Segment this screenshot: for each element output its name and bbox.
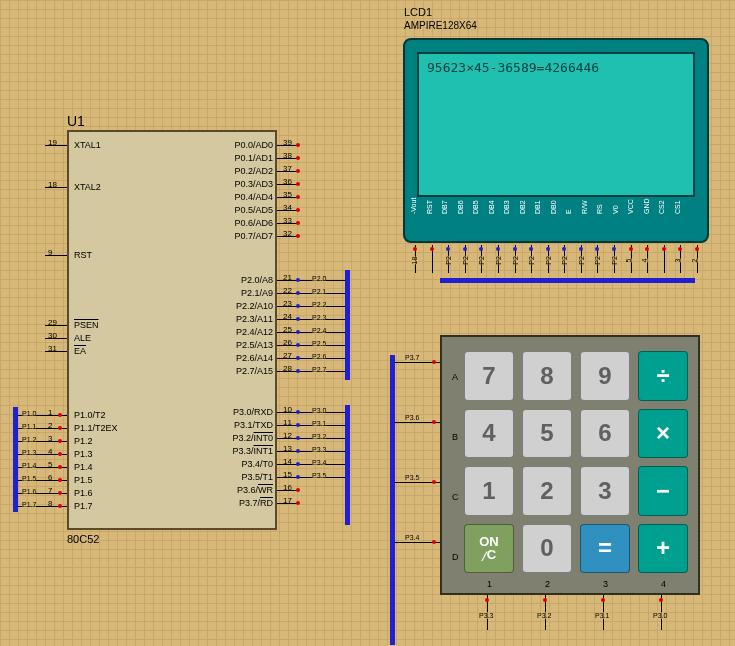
net-dot <box>662 247 666 251</box>
pin-wire <box>277 319 345 320</box>
lcd-module: 95623×45-36589=4266446 -VoutRSTDB7DB6DB5… <box>403 38 709 243</box>
net-label: P1.6 <box>22 488 36 495</box>
mcu-pin-name: P1.1/T2EX <box>74 423 118 433</box>
keypad-key-0[interactable]: 0 <box>522 524 572 574</box>
net-dot <box>296 356 300 360</box>
net-dot <box>296 330 300 334</box>
net-dot <box>432 420 436 424</box>
keypad-key-4[interactable]: 4 <box>464 409 514 459</box>
lcd-net-label: P2 <box>561 256 568 265</box>
keypad-key-6[interactable]: 6 <box>580 409 630 459</box>
net-dot <box>296 410 300 414</box>
mcu-pin-name: P3.6/WR <box>237 485 273 495</box>
net-dot <box>296 221 300 225</box>
pin-wire <box>277 345 345 346</box>
net-dot <box>58 413 62 417</box>
net-dot <box>58 465 62 469</box>
mcu-pin-name: P0.3/AD3 <box>234 179 273 189</box>
mcu-pin-name: P0.2/AD2 <box>234 166 273 176</box>
mcu-pin-name: P2.7/A15 <box>236 366 273 376</box>
net-label: P2.3 <box>312 314 326 321</box>
keypad-key-2[interactable]: 2 <box>522 466 572 516</box>
lcd-pin-row: -VoutRSTDB7DB6DB5DB4DB3DB2DB1DB0ER/WRSV0… <box>417 193 695 221</box>
mcu-pin-name: P2.4/A12 <box>236 327 273 337</box>
keypad-key-[interactable]: + <box>638 524 688 574</box>
lcd-net-label: 5 <box>625 259 632 263</box>
pin-wire <box>277 332 345 333</box>
pin-wire <box>277 464 345 465</box>
mcu-pin-name: PSEN <box>74 320 99 330</box>
mcu-pin-name: P1.0/T2 <box>74 410 106 420</box>
pin-wire <box>277 438 345 439</box>
pin-wire <box>277 477 345 478</box>
net-dot <box>296 304 300 308</box>
keypad-row-net: P3.5 <box>405 474 419 481</box>
mcu-pin-name: P2.5/A13 <box>236 340 273 350</box>
keypad-key-5[interactable]: 5 <box>522 409 572 459</box>
net-dot <box>296 234 300 238</box>
keypad-key-[interactable]: × <box>638 409 688 459</box>
keypad-key-1[interactable]: 1 <box>464 466 514 516</box>
net-dot <box>296 343 300 347</box>
net-label: P1.7 <box>22 501 36 508</box>
lcd-part: AMPIRE128X64 <box>404 20 477 31</box>
net-dot <box>296 475 300 479</box>
keypad-col-label: 3 <box>603 579 608 589</box>
lcd-net-label: P2 <box>594 256 601 265</box>
net-dot <box>296 317 300 321</box>
keypad-key-8[interactable]: 8 <box>522 351 572 401</box>
net-dot <box>463 247 467 251</box>
lcd-net-label: P2 <box>511 256 518 265</box>
keypad-key-9[interactable]: 9 <box>580 351 630 401</box>
net-label: P2.4 <box>312 327 326 334</box>
keypad-key-[interactable]: ÷ <box>638 351 688 401</box>
net-label: P1.3 <box>22 449 36 456</box>
mcu-pin-name: P1.6 <box>74 488 93 498</box>
keypad-row-label: C <box>452 492 459 502</box>
mcu-pin-name: XTAL1 <box>74 140 101 150</box>
keypad: 789÷456×123−ON╱C0=+ ABCD 1234 <box>440 335 700 595</box>
pin-wire <box>277 425 345 426</box>
keypad-key-ONC[interactable]: ON╱C <box>464 524 514 574</box>
mcu-part: 80C52 <box>67 533 99 545</box>
keypad-key-3[interactable]: 3 <box>580 466 630 516</box>
net-dot <box>296 208 300 212</box>
mcu-pin-name: ALE <box>74 333 91 343</box>
net-dot <box>485 598 489 602</box>
net-dot <box>296 488 300 492</box>
mcu-pin-name: P3.1/TXD <box>234 420 273 430</box>
keypad-key-[interactable]: = <box>580 524 630 574</box>
mcu-pin-name: P2.1/A9 <box>241 288 273 298</box>
lcd-screen: 95623×45-36589=4266446 <box>417 52 695 197</box>
net-dot <box>296 423 300 427</box>
net-dot <box>543 598 547 602</box>
net-label: P2.1 <box>312 288 326 295</box>
net-label: P3.3 <box>312 446 326 453</box>
mcu-pin-name: P1.5 <box>74 475 93 485</box>
mcu-pin-name: P2.0/A8 <box>241 275 273 285</box>
net-dot <box>546 247 550 251</box>
net-dot <box>58 478 62 482</box>
lcd-ref: LCD1 <box>404 6 432 18</box>
keypad-key-[interactable]: − <box>638 466 688 516</box>
net-dot <box>432 480 436 484</box>
keypad-col-net: P3.2 <box>537 612 551 619</box>
mcu-pin-name: P0.7/AD7 <box>234 231 273 241</box>
p3-bus <box>345 405 350 525</box>
net-dot <box>296 449 300 453</box>
net-dot <box>296 436 300 440</box>
pin-wire <box>45 255 67 256</box>
mcu-pin-name: P3.0/RXD <box>233 407 273 417</box>
pin-wire <box>277 280 345 281</box>
net-label: P3.1 <box>312 420 326 427</box>
net-dot <box>695 247 699 251</box>
keypad-row-label: A <box>452 372 458 382</box>
keypad-col-label: 1 <box>487 579 492 589</box>
mcu-pin-name: RST <box>74 250 92 260</box>
p2-bus <box>345 270 350 380</box>
keypad-key-7[interactable]: 7 <box>464 351 514 401</box>
net-label: P3.2 <box>312 433 326 440</box>
pin-wire <box>277 451 345 452</box>
net-label: P2.6 <box>312 353 326 360</box>
lcd-net-label: P2 <box>478 256 485 265</box>
